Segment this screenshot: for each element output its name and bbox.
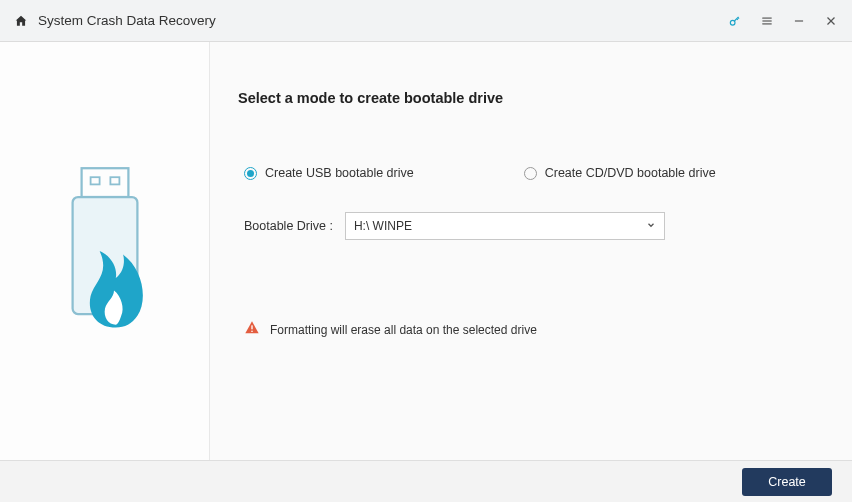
radio-cd[interactable]: Create CD/DVD bootable drive xyxy=(524,166,716,180)
drive-select-value: H:\ WINPE xyxy=(354,219,412,233)
window-title: System Crash Data Recovery xyxy=(38,13,216,28)
svg-rect-7 xyxy=(81,168,128,197)
svg-rect-9 xyxy=(110,177,119,184)
svg-rect-11 xyxy=(251,325,252,329)
create-button[interactable]: Create xyxy=(742,468,832,496)
usb-illustration xyxy=(0,42,210,460)
close-icon[interactable] xyxy=(824,14,838,28)
drive-label: Bootable Drive : xyxy=(244,219,333,233)
footer: Create xyxy=(0,460,852,502)
svg-point-0 xyxy=(730,20,735,25)
content: Select a mode to create bootable drive C… xyxy=(0,42,852,460)
svg-rect-12 xyxy=(251,331,252,332)
drive-row: Bootable Drive : H:\ WINPE xyxy=(238,212,824,240)
radio-usb-label: Create USB bootable drive xyxy=(265,166,414,180)
warning-text: Formatting will erase all data on the se… xyxy=(270,323,537,337)
drive-select[interactable]: H:\ WINPE xyxy=(345,212,665,240)
radio-empty-icon xyxy=(524,167,537,180)
radio-usb[interactable]: Create USB bootable drive xyxy=(244,166,414,180)
mode-radio-group: Create USB bootable drive Create CD/DVD … xyxy=(238,166,824,180)
chevron-down-icon xyxy=(646,219,656,233)
warning-icon xyxy=(244,320,260,340)
minimize-icon[interactable] xyxy=(792,14,806,28)
main-heading: Select a mode to create bootable drive xyxy=(238,90,824,106)
key-icon[interactable] xyxy=(728,14,742,28)
titlebar-right xyxy=(728,14,838,28)
svg-rect-8 xyxy=(90,177,99,184)
radio-dot-icon xyxy=(244,167,257,180)
menu-icon[interactable] xyxy=(760,14,774,28)
titlebar-left: System Crash Data Recovery xyxy=(14,13,216,28)
main-panel: Select a mode to create bootable drive C… xyxy=(210,42,852,460)
warning-row: Formatting will erase all data on the se… xyxy=(238,320,824,340)
home-icon[interactable] xyxy=(14,14,28,28)
radio-cd-label: Create CD/DVD bootable drive xyxy=(545,166,716,180)
titlebar: System Crash Data Recovery xyxy=(0,0,852,42)
